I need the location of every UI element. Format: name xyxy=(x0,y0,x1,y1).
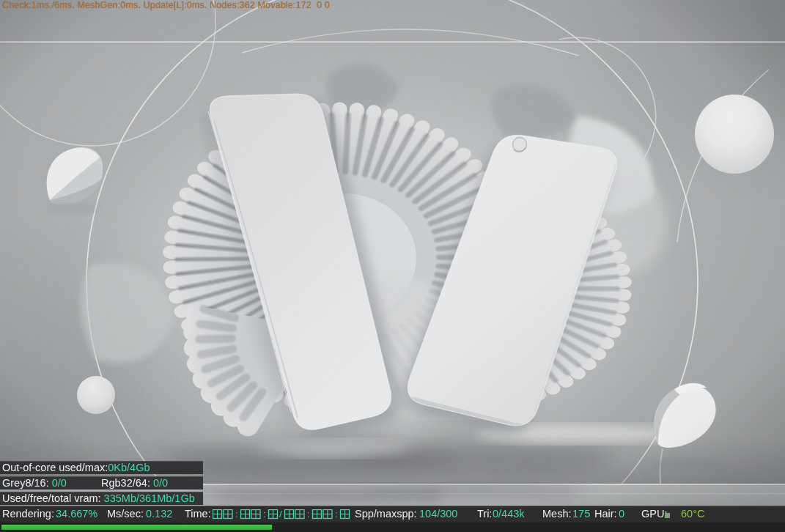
svg-text::: : xyxy=(235,509,238,520)
svg-text:/: / xyxy=(279,509,282,520)
svg-text::: : xyxy=(263,509,266,520)
svg-text::: : xyxy=(307,509,310,520)
svg-text::: : xyxy=(335,509,338,520)
